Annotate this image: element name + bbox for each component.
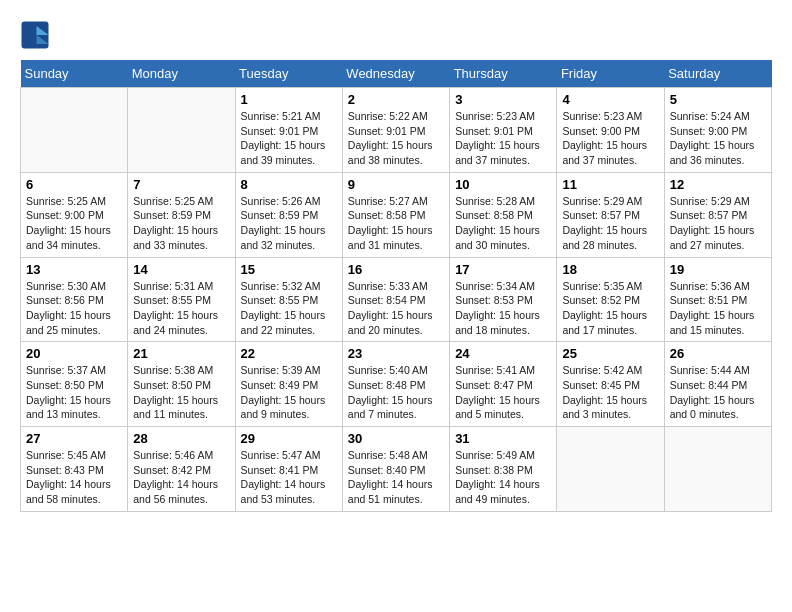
calendar-cell: 16Sunrise: 5:33 AMSunset: 8:54 PMDayligh…	[342, 257, 449, 342]
calendar-cell: 27Sunrise: 5:45 AMSunset: 8:43 PMDayligh…	[21, 427, 128, 512]
day-info: Sunrise: 5:25 AMSunset: 8:59 PMDaylight:…	[133, 194, 229, 253]
calendar-cell: 3Sunrise: 5:23 AMSunset: 9:01 PMDaylight…	[450, 88, 557, 173]
day-number: 22	[241, 346, 337, 361]
day-info: Sunrise: 5:48 AMSunset: 8:40 PMDaylight:…	[348, 448, 444, 507]
logo	[20, 20, 54, 50]
weekday-header-row: SundayMondayTuesdayWednesdayThursdayFrid…	[21, 60, 772, 88]
day-info: Sunrise: 5:33 AMSunset: 8:54 PMDaylight:…	[348, 279, 444, 338]
weekday-header: Tuesday	[235, 60, 342, 88]
day-info: Sunrise: 5:35 AMSunset: 8:52 PMDaylight:…	[562, 279, 658, 338]
calendar-cell	[557, 427, 664, 512]
day-info: Sunrise: 5:22 AMSunset: 9:01 PMDaylight:…	[348, 109, 444, 168]
day-number: 24	[455, 346, 551, 361]
weekday-header: Wednesday	[342, 60, 449, 88]
page-header	[20, 20, 772, 50]
weekday-header: Friday	[557, 60, 664, 88]
calendar-cell: 18Sunrise: 5:35 AMSunset: 8:52 PMDayligh…	[557, 257, 664, 342]
day-number: 1	[241, 92, 337, 107]
day-info: Sunrise: 5:31 AMSunset: 8:55 PMDaylight:…	[133, 279, 229, 338]
calendar-cell: 2Sunrise: 5:22 AMSunset: 9:01 PMDaylight…	[342, 88, 449, 173]
day-info: Sunrise: 5:37 AMSunset: 8:50 PMDaylight:…	[26, 363, 122, 422]
day-info: Sunrise: 5:36 AMSunset: 8:51 PMDaylight:…	[670, 279, 766, 338]
calendar-cell: 7Sunrise: 5:25 AMSunset: 8:59 PMDaylight…	[128, 172, 235, 257]
calendar-cell: 14Sunrise: 5:31 AMSunset: 8:55 PMDayligh…	[128, 257, 235, 342]
day-info: Sunrise: 5:42 AMSunset: 8:45 PMDaylight:…	[562, 363, 658, 422]
day-number: 20	[26, 346, 122, 361]
day-number: 30	[348, 431, 444, 446]
day-info: Sunrise: 5:29 AMSunset: 8:57 PMDaylight:…	[670, 194, 766, 253]
calendar-cell: 6Sunrise: 5:25 AMSunset: 9:00 PMDaylight…	[21, 172, 128, 257]
day-number: 21	[133, 346, 229, 361]
logo-icon	[20, 20, 50, 50]
calendar-week-row: 20Sunrise: 5:37 AMSunset: 8:50 PMDayligh…	[21, 342, 772, 427]
day-info: Sunrise: 5:49 AMSunset: 8:38 PMDaylight:…	[455, 448, 551, 507]
day-number: 13	[26, 262, 122, 277]
day-number: 12	[670, 177, 766, 192]
calendar-cell: 20Sunrise: 5:37 AMSunset: 8:50 PMDayligh…	[21, 342, 128, 427]
day-info: Sunrise: 5:41 AMSunset: 8:47 PMDaylight:…	[455, 363, 551, 422]
day-info: Sunrise: 5:24 AMSunset: 9:00 PMDaylight:…	[670, 109, 766, 168]
day-info: Sunrise: 5:44 AMSunset: 8:44 PMDaylight:…	[670, 363, 766, 422]
day-info: Sunrise: 5:27 AMSunset: 8:58 PMDaylight:…	[348, 194, 444, 253]
calendar-cell: 1Sunrise: 5:21 AMSunset: 9:01 PMDaylight…	[235, 88, 342, 173]
day-number: 31	[455, 431, 551, 446]
day-info: Sunrise: 5:29 AMSunset: 8:57 PMDaylight:…	[562, 194, 658, 253]
day-number: 19	[670, 262, 766, 277]
day-info: Sunrise: 5:34 AMSunset: 8:53 PMDaylight:…	[455, 279, 551, 338]
calendar-cell: 26Sunrise: 5:44 AMSunset: 8:44 PMDayligh…	[664, 342, 771, 427]
calendar-cell: 23Sunrise: 5:40 AMSunset: 8:48 PMDayligh…	[342, 342, 449, 427]
calendar-cell: 13Sunrise: 5:30 AMSunset: 8:56 PMDayligh…	[21, 257, 128, 342]
calendar-cell: 31Sunrise: 5:49 AMSunset: 8:38 PMDayligh…	[450, 427, 557, 512]
calendar-cell: 21Sunrise: 5:38 AMSunset: 8:50 PMDayligh…	[128, 342, 235, 427]
calendar-cell: 11Sunrise: 5:29 AMSunset: 8:57 PMDayligh…	[557, 172, 664, 257]
day-info: Sunrise: 5:21 AMSunset: 9:01 PMDaylight:…	[241, 109, 337, 168]
calendar-cell: 10Sunrise: 5:28 AMSunset: 8:58 PMDayligh…	[450, 172, 557, 257]
day-number: 2	[348, 92, 444, 107]
calendar-cell: 17Sunrise: 5:34 AMSunset: 8:53 PMDayligh…	[450, 257, 557, 342]
calendar-cell: 9Sunrise: 5:27 AMSunset: 8:58 PMDaylight…	[342, 172, 449, 257]
day-number: 16	[348, 262, 444, 277]
day-info: Sunrise: 5:40 AMSunset: 8:48 PMDaylight:…	[348, 363, 444, 422]
calendar-cell	[21, 88, 128, 173]
day-number: 14	[133, 262, 229, 277]
day-info: Sunrise: 5:28 AMSunset: 8:58 PMDaylight:…	[455, 194, 551, 253]
day-info: Sunrise: 5:26 AMSunset: 8:59 PMDaylight:…	[241, 194, 337, 253]
calendar-cell: 4Sunrise: 5:23 AMSunset: 9:00 PMDaylight…	[557, 88, 664, 173]
day-number: 11	[562, 177, 658, 192]
calendar-cell: 25Sunrise: 5:42 AMSunset: 8:45 PMDayligh…	[557, 342, 664, 427]
day-info: Sunrise: 5:39 AMSunset: 8:49 PMDaylight:…	[241, 363, 337, 422]
day-number: 5	[670, 92, 766, 107]
calendar-cell: 15Sunrise: 5:32 AMSunset: 8:55 PMDayligh…	[235, 257, 342, 342]
weekday-header: Thursday	[450, 60, 557, 88]
calendar-cell: 19Sunrise: 5:36 AMSunset: 8:51 PMDayligh…	[664, 257, 771, 342]
calendar-cell: 29Sunrise: 5:47 AMSunset: 8:41 PMDayligh…	[235, 427, 342, 512]
day-info: Sunrise: 5:25 AMSunset: 9:00 PMDaylight:…	[26, 194, 122, 253]
day-number: 28	[133, 431, 229, 446]
day-info: Sunrise: 5:30 AMSunset: 8:56 PMDaylight:…	[26, 279, 122, 338]
day-number: 4	[562, 92, 658, 107]
day-info: Sunrise: 5:46 AMSunset: 8:42 PMDaylight:…	[133, 448, 229, 507]
day-number: 7	[133, 177, 229, 192]
day-number: 23	[348, 346, 444, 361]
day-info: Sunrise: 5:32 AMSunset: 8:55 PMDaylight:…	[241, 279, 337, 338]
calendar-week-row: 6Sunrise: 5:25 AMSunset: 9:00 PMDaylight…	[21, 172, 772, 257]
calendar-cell: 12Sunrise: 5:29 AMSunset: 8:57 PMDayligh…	[664, 172, 771, 257]
calendar-cell: 30Sunrise: 5:48 AMSunset: 8:40 PMDayligh…	[342, 427, 449, 512]
day-number: 9	[348, 177, 444, 192]
day-number: 3	[455, 92, 551, 107]
calendar-cell	[664, 427, 771, 512]
calendar-table: SundayMondayTuesdayWednesdayThursdayFrid…	[20, 60, 772, 512]
calendar-week-row: 13Sunrise: 5:30 AMSunset: 8:56 PMDayligh…	[21, 257, 772, 342]
day-info: Sunrise: 5:23 AMSunset: 9:01 PMDaylight:…	[455, 109, 551, 168]
calendar-week-row: 27Sunrise: 5:45 AMSunset: 8:43 PMDayligh…	[21, 427, 772, 512]
day-number: 29	[241, 431, 337, 446]
calendar-cell: 28Sunrise: 5:46 AMSunset: 8:42 PMDayligh…	[128, 427, 235, 512]
calendar-cell: 24Sunrise: 5:41 AMSunset: 8:47 PMDayligh…	[450, 342, 557, 427]
calendar-cell: 22Sunrise: 5:39 AMSunset: 8:49 PMDayligh…	[235, 342, 342, 427]
day-info: Sunrise: 5:38 AMSunset: 8:50 PMDaylight:…	[133, 363, 229, 422]
day-number: 27	[26, 431, 122, 446]
day-number: 15	[241, 262, 337, 277]
day-number: 17	[455, 262, 551, 277]
day-info: Sunrise: 5:45 AMSunset: 8:43 PMDaylight:…	[26, 448, 122, 507]
day-number: 26	[670, 346, 766, 361]
